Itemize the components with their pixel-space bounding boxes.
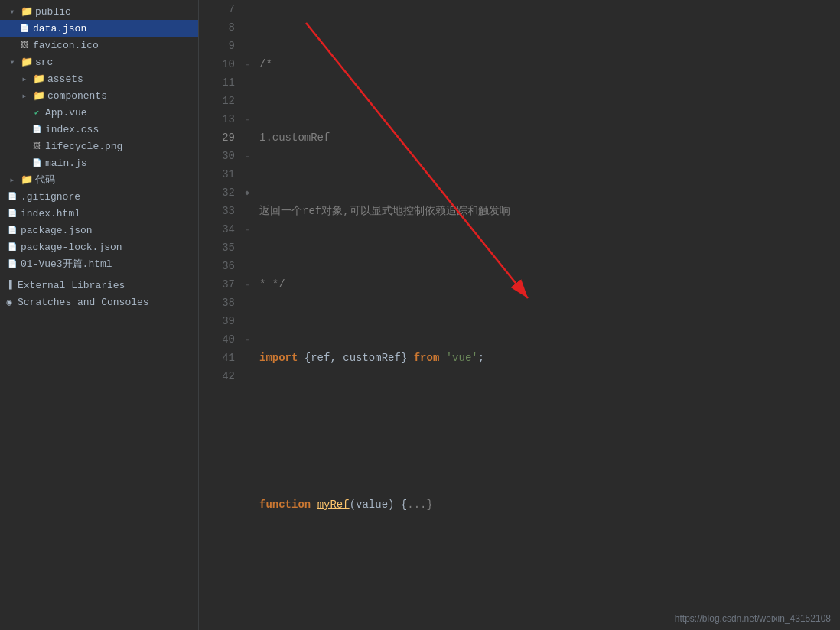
- sidebar-item-package-lock[interactable]: 📄 package-lock.json: [0, 239, 198, 255]
- folder-icon: 📁: [33, 89, 45, 102]
- folder-icon: 📁: [21, 174, 33, 186]
- arrow-icon: [18, 73, 31, 85]
- vue-file-icon: ✔: [31, 106, 43, 119]
- sidebar-label-lifecycle: lifecycle.png: [45, 141, 122, 152]
- sidebar-label-vue3-html: 01-Vue3开篇.html: [21, 257, 112, 271]
- arrow-icon: [6, 174, 18, 186]
- code-line-13: function myRef(value) {...}: [259, 495, 834, 514]
- folder-icon: 📁: [21, 5, 33, 18]
- sidebar-label-app-vue: App.vue: [45, 107, 87, 119]
- code-line-12: [259, 422, 834, 440]
- sidebar-label-main-js: main.js: [45, 158, 87, 169]
- sidebar-label-index-html: index.html: [21, 208, 80, 219]
- sidebar-label-package-json: package.json: [21, 225, 93, 236]
- sidebar-item-daima[interactable]: 📁 代码: [0, 171, 198, 188]
- sidebar-label-src: src: [35, 57, 53, 68]
- code-area: 7 8 9 10 11 12 13 29 30 31 32 33 34 35 3…: [199, 0, 840, 630]
- sidebar-item-lifecycle[interactable]: 🖼 lifecycle.png: [0, 138, 198, 154]
- line-numbers: 7 8 9 10 11 12 13 29 30 31 32 33 34 35 3…: [199, 0, 241, 630]
- js-file-icon: 📄: [31, 157, 43, 169]
- sidebar-item-index-css[interactable]: 📄 index.css: [0, 121, 198, 138]
- sidebar-item-favicon[interactable]: 🖼 favicon.ico: [0, 37, 198, 54]
- sidebar-label-favicon: favicon.ico: [33, 40, 99, 51]
- folder-icon: 📁: [33, 73, 45, 85]
- sidebar-item-vue3-html[interactable]: 📄 01-Vue3开篇.html: [0, 255, 198, 272]
- code-content[interactable]: /* 1.customRef 返回一个ref对象,可以显式地控制依赖追踪和触发响…: [253, 0, 840, 630]
- arrow-icon: [6, 5, 18, 18]
- sidebar-item-data-json[interactable]: 📄 data.json: [0, 20, 198, 37]
- editor: 7 8 9 10 11 12 13 29 30 31 32 33 34 35 3…: [199, 0, 840, 630]
- sidebar-item-public[interactable]: 📁 public: [0, 3, 198, 20]
- sidebar-item-components[interactable]: 📁 components: [0, 87, 198, 104]
- code-line-10: * */: [259, 275, 834, 294]
- sidebar-label-external: External Libraries: [18, 280, 125, 291]
- sidebar-item-index-html[interactable]: 📄 index.html: [0, 205, 198, 222]
- sidebar-item-scratches[interactable]: ◉ Scratches and Consoles: [0, 294, 198, 310]
- code-line-29: [259, 569, 834, 587]
- sidebar-label-assets: assets: [47, 73, 83, 85]
- code-line-11: import {ref, customRef} from 'vue';: [259, 349, 834, 367]
- sidebar-item-gitignore[interactable]: 📄 .gitignore: [0, 188, 198, 205]
- json-file-icon: 📄: [18, 22, 31, 34]
- sidebar-item-assets[interactable]: 📁 assets: [0, 70, 198, 87]
- sidebar-label-scratches: Scratches and Consoles: [18, 297, 149, 308]
- git-file-icon: 📄: [6, 190, 18, 203]
- sidebar-label-daima: 代码: [35, 173, 55, 187]
- sidebar-item-app-vue[interactable]: ✔ App.vue: [0, 104, 198, 121]
- sidebar-label-index-css: index.css: [45, 124, 99, 135]
- sidebar-label-public: public: [35, 6, 71, 18]
- folder-icon: 📁: [21, 56, 33, 68]
- sidebar-label-data-json: data.json: [33, 23, 86, 34]
- sidebar-item-src[interactable]: 📁 src: [0, 54, 198, 70]
- sidebar-item-package-json[interactable]: 📄 package.json: [0, 222, 198, 239]
- arrow-icon: [18, 89, 31, 102]
- scratches-icon: ◉: [3, 296, 15, 308]
- watermark: https://blog.csdn.net/weixin_43152108: [675, 613, 831, 624]
- sidebar-item-external[interactable]: ▐ External Libraries: [0, 277, 198, 294]
- ico-file-icon: 🖼: [18, 39, 31, 51]
- code-line-9: 返回一个ref对象,可以显式地控制依赖追踪和触发响: [259, 202, 834, 220]
- css-file-icon: 📄: [31, 123, 43, 135]
- sidebar-label-package-lock: package-lock.json: [21, 242, 122, 253]
- arrow-icon: [6, 56, 18, 68]
- sidebar: 📁 public 📄 data.json 🖼 favicon.ico 📁 src…: [0, 0, 199, 630]
- sidebar-label-components: components: [47, 90, 107, 102]
- libraries-icon: ▐: [3, 279, 15, 291]
- sidebar-item-main-js[interactable]: 📄 main.js: [0, 154, 198, 171]
- png-file-icon: 🖼: [31, 140, 43, 152]
- lock-file-icon: 📄: [6, 241, 18, 253]
- code-line-7: /*: [259, 55, 834, 73]
- code-line-8: 1.customRef: [259, 128, 834, 147]
- html-file-icon: 📄: [6, 258, 18, 270]
- json-file-icon: 📄: [6, 224, 18, 236]
- sidebar-label-gitignore: .gitignore: [21, 191, 80, 203]
- gutter: － － － ◆ － － －: [241, 0, 253, 630]
- html-file-icon: 📄: [6, 207, 18, 219]
